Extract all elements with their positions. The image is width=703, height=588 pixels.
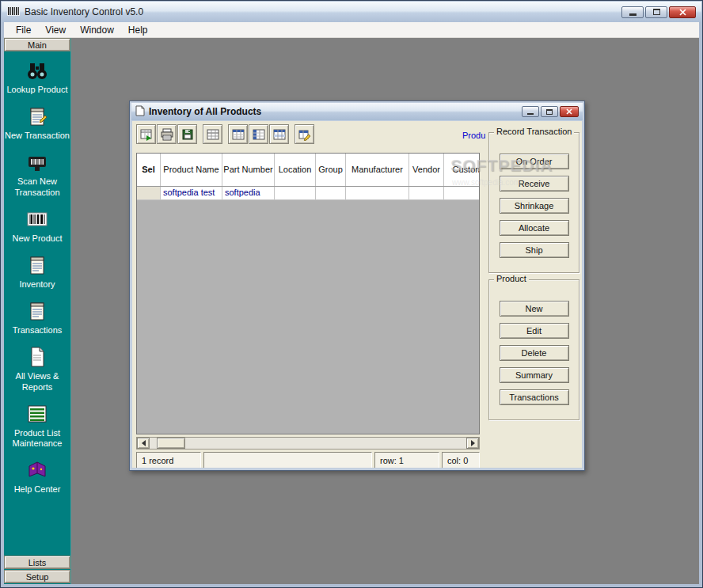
on-order-button[interactable]: On Order [500, 154, 569, 169]
sidebar-item-label: Inventory [19, 279, 55, 290]
notepad-icon [25, 253, 49, 277]
child-close-button[interactable] [560, 106, 579, 117]
child-window-controls [522, 106, 579, 117]
workspace: Inventory of All Products [71, 38, 699, 584]
menu-help[interactable]: Help [121, 23, 155, 37]
sidebar-item-scan-new-transaction[interactable]: Scan New Transaction [4, 150, 70, 197]
cell-manufacturer[interactable] [346, 187, 409, 200]
grid-header-location[interactable]: Location [275, 154, 316, 186]
transaction-panel: Record Transaction On Order Receive Shri… [486, 121, 582, 468]
close-button[interactable] [669, 6, 696, 18]
table-row[interactable]: softpedia test softpedia [137, 187, 479, 200]
app-barcode-icon [7, 6, 20, 17]
grid-view-3-icon[interactable] [269, 124, 289, 144]
window-controls [621, 6, 696, 18]
row-selector-cell[interactable] [137, 187, 161, 200]
grid-header-part-number[interactable]: Part Number [222, 154, 275, 186]
save-icon[interactable] [177, 124, 197, 144]
scroll-right-button[interactable] [466, 438, 479, 449]
sidebar-tab-lists[interactable]: Lists [4, 556, 70, 569]
sidebar-item-all-views-reports[interactable]: All Views & Reports [4, 345, 70, 392]
sidebar-item-label: Transactions [13, 325, 63, 336]
print-icon[interactable] [157, 124, 177, 144]
sidebar-item-new-transaction[interactable]: New Transaction [4, 104, 70, 141]
status-message [203, 452, 372, 468]
shrinkage-button[interactable]: Shrinkage [500, 198, 569, 214]
sidebar-item-label: New Product [13, 233, 63, 244]
arrow-right-icon [471, 440, 478, 446]
child-document-icon [135, 105, 145, 118]
grid-icon[interactable] [203, 124, 222, 144]
notepad-icon [25, 104, 49, 128]
grid-header-product-name[interactable]: Product Name [161, 154, 222, 186]
sidebar-tab-main[interactable]: Main [4, 38, 70, 51]
cell-location[interactable] [275, 187, 316, 200]
minimize-icon [629, 13, 636, 16]
grid-edit-icon[interactable] [294, 124, 314, 144]
grid-header-manufacturer[interactable]: Manufacturer [346, 154, 409, 186]
maximize-icon [653, 9, 660, 15]
child-maximize-button[interactable] [541, 106, 558, 117]
cell-vendor[interactable] [409, 187, 444, 200]
refresh-grid-icon[interactable] [136, 124, 156, 144]
sidebar: Main Lookup Product New Transaction [4, 38, 71, 584]
grid-header-custom[interactable]: Custom [444, 154, 480, 186]
sidebar-item-product-list-maintenance[interactable]: Product List Maintenance [4, 402, 70, 449]
notepad-icon [25, 299, 49, 323]
products-link[interactable]: Produ [462, 131, 485, 140]
cell-part-number[interactable]: softpedia [222, 187, 275, 200]
sidebar-item-transactions[interactable]: Transactions [4, 299, 70, 336]
edit-button[interactable]: Edit [500, 323, 569, 339]
child-minimize-button[interactable] [522, 106, 539, 117]
menu-window[interactable]: Window [73, 23, 121, 37]
product-groupbox: Product New Edit Delete Summary Transact… [488, 279, 580, 420]
sidebar-item-new-product[interactable]: New Product [4, 207, 70, 244]
sidebar-tab-setup[interactable]: Setup [4, 570, 70, 583]
grid-header-sel[interactable]: Sel [137, 154, 161, 186]
grid-header-group[interactable]: Group [316, 154, 346, 186]
sidebar-item-label: Lookup Product [6, 85, 67, 95]
cell-product-name[interactable]: softpedia test [161, 187, 222, 200]
document-icon [25, 345, 49, 369]
transactions-button[interactable]: Transactions [500, 389, 569, 405]
status-record-count: 1 record [136, 452, 201, 468]
summary-button[interactable]: Summary [500, 367, 569, 383]
grid-header-vendor[interactable]: Vendor [409, 154, 444, 186]
sidebar-item-lookup-product[interactable]: Lookup Product [4, 59, 70, 95]
maximize-button[interactable] [645, 6, 667, 18]
title-bar[interactable]: Basic Inventory Control v5.0 [2, 2, 701, 22]
scrollbar-thumb[interactable] [157, 438, 185, 449]
grid-header-row: Sel Product Name Part Number Location Gr… [137, 154, 479, 187]
green-list-icon [25, 402, 49, 426]
menu-view[interactable]: View [38, 23, 73, 37]
record-transaction-title: Record Transaction [494, 127, 574, 136]
sidebar-item-help-center[interactable]: Help Center [4, 458, 70, 495]
application-window: Basic Inventory Control v5.0 File View W… [0, 0, 703, 588]
window-frame: File View Window Help Main Lookup Produc… [4, 22, 699, 584]
main-content: Main Lookup Product New Transaction [4, 38, 699, 584]
sidebar-items: Lookup Product New Transaction Scan New … [4, 51, 70, 556]
scanner-icon [25, 150, 49, 174]
sidebar-item-label: Help Center [14, 484, 61, 495]
grid-view-1-icon[interactable] [228, 124, 248, 144]
cell-custom[interactable] [444, 187, 480, 200]
cell-group[interactable] [316, 187, 346, 200]
child-window-inventory: Inventory of All Products [129, 101, 585, 471]
sidebar-item-label: Scan New Transaction [4, 176, 70, 197]
grid-view-2-icon[interactable] [249, 124, 268, 144]
scroll-left-button[interactable] [137, 438, 150, 449]
status-bar: 1 record row: 1 col: 0 [136, 452, 480, 468]
allocate-button[interactable]: Allocate [500, 220, 569, 236]
delete-button[interactable]: Delete [500, 345, 569, 361]
ship-button[interactable]: Ship [500, 242, 569, 258]
purple-book-icon [25, 458, 49, 482]
new-button[interactable]: New [500, 301, 569, 317]
close-icon [566, 108, 572, 115]
sidebar-item-inventory[interactable]: Inventory [4, 253, 70, 290]
menu-file[interactable]: File [9, 23, 38, 37]
receive-button[interactable]: Receive [500, 176, 569, 192]
status-row-indicator: row: 1 [374, 452, 439, 468]
minimize-button[interactable] [621, 6, 644, 18]
child-title-bar[interactable]: Inventory of All Products [131, 103, 583, 120]
horizontal-scrollbar[interactable] [136, 437, 480, 450]
